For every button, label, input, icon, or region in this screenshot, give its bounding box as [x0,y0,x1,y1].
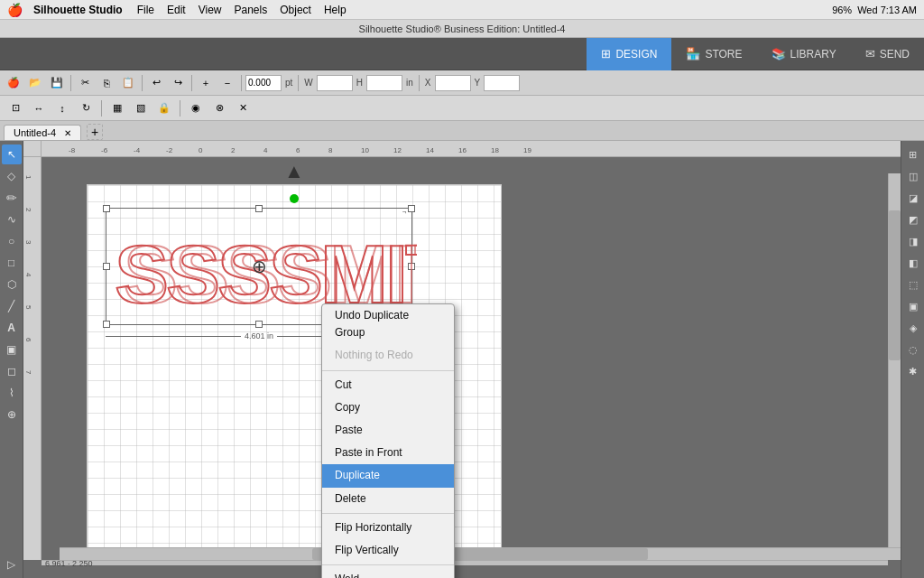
scroll-horizontal[interactable] [60,547,901,560]
menu-edit[interactable]: Edit [167,4,186,16]
tab-library-label: LIBRARY [790,48,836,61]
y-label: Y [473,78,483,88]
tool-polygon[interactable]: ⬡ [2,275,22,294]
tool-bezier[interactable]: ∿ [2,210,22,229]
store-icon: 🏪 [686,47,700,61]
tool-zoom[interactable]: ⊕ [2,405,22,424]
tab-store[interactable]: 🏪 STORE [671,38,756,70]
ruler-v-mark-7: 7 [24,370,32,374]
right-tool-3[interactable]: ◪ [903,188,923,208]
ctx-duplicate[interactable]: Duplicate [322,464,454,487]
handle-tr[interactable] [408,205,415,212]
copy-btn[interactable]: ⎘ [97,73,116,93]
document-tab[interactable]: Untitled-4 ✕ [4,125,81,140]
h-label: H [355,78,365,88]
ruler-horizontal: -8 -6 -4 -2 0 2 4 6 8 10 12 14 16 18 19 [42,141,901,157]
sep2 [142,75,143,91]
ctx-copy[interactable]: Copy [322,396,454,419]
menu-object[interactable]: Object [280,4,311,16]
menu-view[interactable]: View [199,4,222,16]
zoom-out-btn[interactable]: − [217,73,237,93]
ruler-mark-0: 0 [199,146,202,154]
tool-fill[interactable]: ▣ [2,340,22,359]
props-group-btn[interactable]: ▦ [107,98,127,118]
tool-expand[interactable]: ▷ [2,555,22,574]
tool-knife[interactable]: ⌇ [2,383,22,403]
ctx-undo[interactable]: Undo Duplicate Group [322,304,454,344]
props-knife-btn[interactable]: ⊗ [209,98,229,118]
x-input[interactable]: 4.475 [435,75,471,91]
tool-rect[interactable]: □ [2,253,22,273]
menu-panels[interactable]: Panels [235,4,268,16]
paste-btn[interactable]: 📋 [118,73,138,93]
tool-node[interactable]: ◇ [2,166,22,186]
tab-send[interactable]: ✉ SEND [851,38,924,70]
right-tool-1[interactable]: ⊞ [903,144,923,164]
handle-bl[interactable] [103,321,110,328]
rotation-handle[interactable] [290,194,299,203]
props-weld-btn[interactable]: ◉ [186,98,206,118]
tool-pencil[interactable]: ✏ [2,188,22,208]
props-rotate-btn[interactable]: ↻ [76,98,96,118]
zoom-in-btn[interactable]: + [196,73,216,93]
right-tool-2[interactable]: ◫ [903,166,923,186]
right-tool-6[interactable]: ◧ [903,253,923,273]
tool-ellipse[interactable]: ○ [2,231,22,251]
ctx-delete[interactable]: Delete [322,488,454,510]
right-tool-10[interactable]: ◌ [903,340,923,359]
tool-pointer[interactable]: ↖ [2,144,22,164]
right-tool-11[interactable]: ✱ [903,361,923,381]
tool-eraser[interactable]: ◻ [2,361,22,381]
redo-btn[interactable]: ↪ [168,73,188,93]
up-arrow-indicator: ▲ [284,160,304,183]
cut-btn[interactable]: ✂ [75,73,95,93]
center-crosshair: ⊕ [252,256,267,277]
tool-text[interactable]: A [2,318,22,338]
ctx-paste[interactable]: Paste [322,419,454,442]
save-btn[interactable]: 💾 [47,73,67,93]
props-lock-btn[interactable]: 🔒 [154,98,174,118]
right-tool-5[interactable]: ◨ [903,231,923,251]
tab-design[interactable]: ⊞ DESIGN [587,38,671,70]
ruler-mark-neg4: -4 [134,146,140,154]
props-ungroup-btn[interactable]: ▧ [131,98,151,118]
ctx-paste-front[interactable]: Paste in Front [322,442,454,464]
undo-btn[interactable]: ↩ [146,73,166,93]
measure-line-left [113,336,241,337]
scroll-vertical[interactable] [888,173,901,547]
ruler-mark-2: 2 [231,146,235,154]
props-align-btn[interactable]: ⊡ [5,98,25,118]
battery-status: 96% [832,5,852,15]
scroll-v-thumb[interactable] [889,210,901,360]
x-label: X [423,78,433,88]
right-tool-4[interactable]: ◩ [903,210,923,229]
menu-help[interactable]: Help [324,4,346,16]
new-btn[interactable]: 🍎 [4,73,23,93]
right-tool-7[interactable]: ⬚ [903,275,923,294]
props-flip-v-btn[interactable]: ↕ [52,98,72,118]
menu-file[interactable]: File [137,4,154,16]
position-x-input[interactable] [245,75,282,91]
props-close-btn[interactable]: ✕ [233,98,253,118]
tab-library[interactable]: 📚 LIBRARY [757,38,851,70]
props-flip-h-btn[interactable]: ↔ [29,98,49,118]
tab-close[interactable]: ✕ [64,128,71,138]
time-display: Wed 7:13 AM [857,5,917,15]
open-btn[interactable]: 📂 [25,73,45,93]
width-input[interactable]: 4.601 [317,75,353,91]
right-tool-9[interactable]: ◈ [903,318,923,338]
send-icon: ✉ [865,47,875,61]
sep6 [419,75,420,91]
ctx-weld[interactable]: Weld [322,568,454,578]
height-input[interactable]: 2.088 [366,75,402,91]
ctx-cut[interactable]: Cut [322,374,454,396]
tool-line[interactable]: ╱ [2,296,22,316]
ruler-mark-neg6: -6 [101,146,107,154]
y-input[interactable]: 1.189 [484,75,520,91]
right-tool-8[interactable]: ▣ [903,296,923,316]
new-tab-btn[interactable]: + [87,124,103,140]
handle-ml[interactable] [103,263,110,270]
pt-label: pt [283,78,294,88]
ctx-flip-h[interactable]: Flip Horizontally [322,517,454,539]
ctx-flip-v[interactable]: Flip Vertically [322,539,454,562]
